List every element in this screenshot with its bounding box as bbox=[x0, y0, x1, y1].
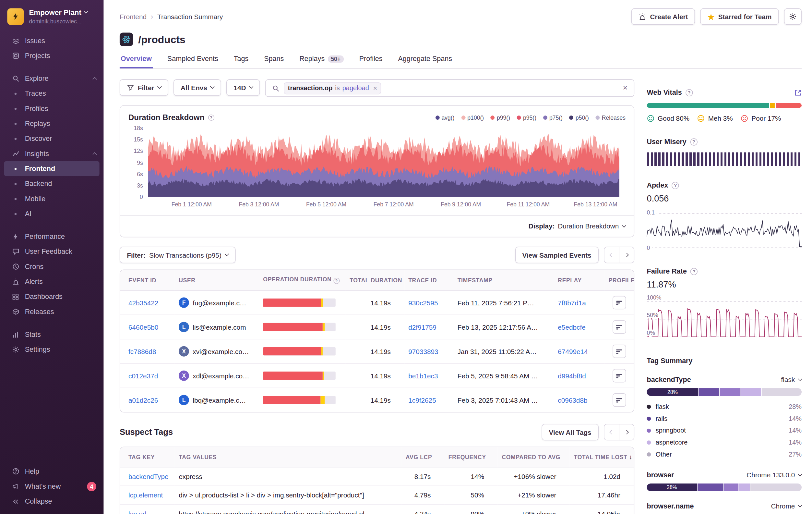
sidebar-item-performance[interactable]: Performance bbox=[0, 229, 104, 244]
clear-search-icon[interactable]: × bbox=[623, 83, 628, 93]
sidebar-item-settings[interactable]: Settings bbox=[0, 342, 104, 357]
previous-page-button[interactable] bbox=[604, 424, 619, 440]
replay-link[interactable]: d994bf8d bbox=[558, 372, 586, 380]
trace-id-link[interactable]: 97033893 bbox=[408, 348, 438, 355]
column-header[interactable]: TOTAL DURATION bbox=[345, 270, 404, 291]
column-header[interactable]: OPERATION DURATION ? bbox=[259, 270, 346, 291]
sidebar-item-releases[interactable]: Releases bbox=[0, 304, 104, 319]
search-input[interactable]: transaction.op is pageload × × bbox=[265, 79, 635, 97]
trace-id-link[interactable]: 930c2595 bbox=[408, 299, 438, 307]
profile-button[interactable] bbox=[613, 393, 626, 407]
tab-sampled-events[interactable]: Sampled Events bbox=[166, 55, 219, 69]
duration-breakdown-chart[interactable] bbox=[148, 128, 619, 197]
sidebar-item-traces[interactable]: Traces bbox=[0, 86, 104, 101]
event-id-link[interactable]: 42b35422 bbox=[128, 299, 158, 307]
sidebar-item-issues[interactable]: Issues bbox=[0, 33, 104, 48]
sidebar-item-mobile[interactable]: Mobile bbox=[0, 191, 104, 206]
sidebar-item-user-feedback[interactable]: User Feedback bbox=[0, 244, 104, 259]
replay-link[interactable]: 67499e14 bbox=[558, 348, 588, 355]
column-header[interactable]: REPLAY bbox=[554, 270, 605, 291]
view-all-tags-button[interactable]: View All Tags bbox=[542, 424, 599, 440]
sidebar-item-stats[interactable]: Stats bbox=[0, 327, 104, 342]
date-range-dropdown[interactable]: 14D bbox=[226, 79, 260, 96]
column-header[interactable]: FREQUENCY bbox=[444, 447, 498, 467]
starred-for-team-button[interactable]: ★ Starred for Team bbox=[700, 8, 779, 25]
help-icon[interactable]: ? bbox=[672, 182, 679, 189]
list-item[interactable]: springboot14% bbox=[647, 425, 802, 436]
filter-dropdown[interactable]: Filter bbox=[120, 79, 168, 96]
trace-id-link[interactable]: be1b1ec3 bbox=[408, 372, 438, 380]
environment-dropdown[interactable]: All Envs bbox=[173, 79, 221, 96]
org-switcher[interactable]: Empower Plant dominik.buszowiec... bbox=[0, 6, 104, 33]
sidebar-item-dashboards[interactable]: Dashboards bbox=[0, 289, 104, 304]
column-header[interactable]: TAG KEY bbox=[120, 447, 174, 467]
sidebar-section-explore[interactable]: Explore bbox=[0, 71, 104, 86]
column-header[interactable]: USER bbox=[174, 270, 259, 291]
profile-button[interactable] bbox=[613, 320, 626, 334]
tab-aggregate-spans[interactable]: Aggregate Spans bbox=[397, 55, 453, 69]
sidebar-item-frontend[interactable]: Frontend bbox=[4, 161, 99, 176]
help-icon[interactable]: ? bbox=[690, 268, 698, 275]
column-header[interactable]: TIMESTAMP bbox=[453, 270, 554, 291]
sidebar-item-help[interactable]: Help bbox=[0, 464, 104, 479]
sidebar-item-discover[interactable]: Discover bbox=[0, 131, 104, 146]
list-item[interactable]: rails14% bbox=[647, 412, 802, 425]
column-header[interactable]: COMPARED TO AVG bbox=[498, 447, 570, 467]
next-page-button[interactable] bbox=[619, 247, 634, 263]
column-header[interactable]: TAG VALUES bbox=[174, 447, 402, 467]
sidebar-item-backend[interactable]: Backend bbox=[0, 176, 104, 191]
create-alert-button[interactable]: Create Alert bbox=[631, 8, 695, 25]
tag-key-link[interactable]: backendType bbox=[128, 472, 169, 480]
search-token[interactable]: transaction.op is pageload × bbox=[284, 82, 381, 94]
column-header-sorted[interactable]: TOTAL TIME LOST ↓ bbox=[570, 447, 634, 467]
column-header[interactable]: AVG LCP bbox=[402, 447, 444, 467]
previous-page-button[interactable] bbox=[604, 247, 619, 263]
sidebar-item-ai[interactable]: AI bbox=[0, 207, 104, 221]
column-header[interactable]: PROFILE bbox=[605, 270, 634, 291]
sidebar-section-insights[interactable]: Insights bbox=[0, 146, 104, 161]
trace-id-link[interactable]: 1c9f2625 bbox=[408, 396, 436, 404]
replay-link[interactable]: 7f8b7d1a bbox=[558, 299, 586, 307]
column-header[interactable]: TRACE ID bbox=[404, 270, 453, 291]
sidebar-item-crons[interactable]: Crons bbox=[0, 259, 104, 274]
profile-button[interactable] bbox=[613, 345, 626, 358]
sidebar-item-replays[interactable]: Replays bbox=[0, 116, 104, 131]
next-page-button[interactable] bbox=[619, 424, 634, 440]
tag-value-dropdown[interactable]: flask bbox=[781, 376, 802, 383]
tab-replays[interactable]: Replays50+ bbox=[298, 55, 345, 69]
tab-spans[interactable]: Spans bbox=[263, 55, 285, 69]
sidebar-item-alerts[interactable]: Alerts bbox=[0, 274, 104, 289]
list-item[interactable]: flask28% bbox=[647, 400, 802, 412]
open-in-full-icon[interactable] bbox=[794, 89, 802, 96]
display-dropdown[interactable]: Duration Breakdown bbox=[558, 222, 626, 230]
help-icon[interactable]: ? bbox=[690, 138, 697, 145]
profile-button[interactable] bbox=[613, 296, 626, 309]
breadcrumb-frontend[interactable]: Frontend bbox=[120, 12, 147, 21]
replay-link[interactable]: c0963d8b bbox=[558, 396, 587, 404]
event-id-link[interactable]: fc7886d8 bbox=[128, 348, 156, 355]
replay-link[interactable]: e5edbcfe bbox=[558, 323, 585, 331]
sidebar-collapse-button[interactable]: Collapse bbox=[0, 494, 104, 509]
tag-key-link[interactable]: lcp.url bbox=[128, 510, 146, 514]
list-item[interactable]: aspnetcore14% bbox=[647, 436, 802, 449]
tab-overview[interactable]: Overview bbox=[120, 55, 153, 69]
sidebar-item-profiles[interactable]: Profiles bbox=[0, 101, 104, 116]
help-icon[interactable]: ? bbox=[334, 278, 340, 284]
help-icon[interactable]: ? bbox=[686, 89, 693, 96]
tag-value-dropdown[interactable]: Chrome 133.0.0 bbox=[747, 471, 802, 479]
tag-value-dropdown[interactable]: Chrome bbox=[771, 502, 802, 510]
tab-profiles[interactable]: Profiles bbox=[358, 55, 383, 69]
settings-button[interactable] bbox=[784, 8, 802, 25]
profile-button[interactable] bbox=[613, 369, 626, 383]
tab-tags[interactable]: Tags bbox=[233, 55, 250, 69]
tag-key-link[interactable]: lcp.element bbox=[128, 491, 163, 499]
transaction-filter-dropdown[interactable]: Filter: Slow Transactions (p95) bbox=[120, 247, 235, 263]
list-item[interactable]: Other27% bbox=[647, 448, 802, 460]
view-sampled-events-button[interactable]: View Sampled Events bbox=[515, 247, 599, 263]
event-id-link[interactable]: 6460e5b0 bbox=[128, 323, 158, 331]
column-header[interactable]: EVENT ID bbox=[120, 270, 174, 291]
event-id-link[interactable]: c012e37d bbox=[128, 372, 158, 380]
help-icon[interactable]: ? bbox=[208, 114, 214, 120]
trace-id-link[interactable]: d2f91759 bbox=[408, 323, 436, 331]
sidebar-item-projects[interactable]: Projects bbox=[0, 48, 104, 63]
